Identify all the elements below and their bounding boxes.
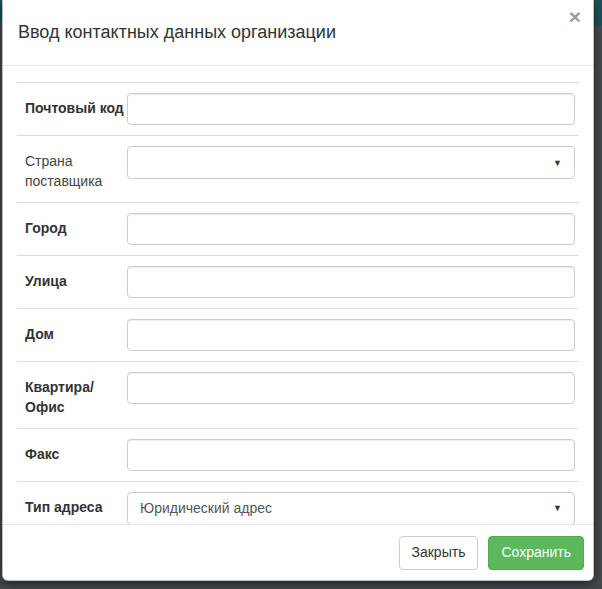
contact-data-modal: Ввод контактных данных организации × Поч… [2, 0, 594, 581]
form-row-fax: Факс [17, 428, 579, 481]
address-type-select-value: Юридический адрес [128, 493, 574, 524]
apartment-office-field [127, 372, 575, 404]
address-type-field: Юридический адрес▼ [127, 492, 575, 525]
form-row-house: Дом [17, 308, 579, 361]
close-icon[interactable]: × [569, 6, 581, 27]
city-field [127, 213, 575, 245]
fax-label: Факс [25, 439, 127, 465]
street-label: Улица [25, 266, 127, 292]
modal-footer: Закрыть Сохранить [3, 524, 593, 580]
supplier-country-select[interactable]: ▼ [127, 146, 575, 179]
chevron-down-icon: ▼ [553, 158, 562, 168]
house-input[interactable] [127, 319, 575, 351]
form-row-supplier-country: Страна поставщика▼ [17, 135, 579, 202]
address-type-label: Тип адреса [25, 492, 127, 518]
apartment-office-label: Квартира/Офис [25, 372, 127, 418]
city-label: Город [25, 213, 127, 239]
street-input[interactable] [127, 266, 575, 298]
contact-form: Почтовый кодСтрана поставщика▼ГородУлица… [17, 82, 579, 535]
form-row-apartment-office: Квартира/Офис [17, 361, 579, 428]
form-row-postal-code: Почтовый код [17, 82, 579, 135]
supplier-country-label: Страна поставщика [25, 146, 127, 192]
fax-field [127, 439, 575, 471]
supplier-country-field: ▼ [127, 146, 575, 179]
postal-code-label: Почтовый код [25, 93, 127, 119]
form-row-street: Улица [17, 255, 579, 308]
modal-body: Почтовый кодСтрана поставщика▼ГородУлица… [3, 66, 593, 535]
apartment-office-input[interactable] [127, 372, 575, 404]
modal-title: Ввод контактных данных организации [18, 20, 578, 46]
modal-header: Ввод контактных данных организации × [3, 0, 593, 66]
house-label: Дом [25, 319, 127, 345]
city-input[interactable] [127, 213, 575, 245]
house-field [127, 319, 575, 351]
address-type-select[interactable]: Юридический адрес▼ [127, 492, 575, 525]
street-field [127, 266, 575, 298]
postal-code-input[interactable] [127, 93, 575, 125]
fax-input[interactable] [127, 439, 575, 471]
close-button[interactable]: Закрыть [399, 536, 479, 570]
postal-code-field [127, 93, 575, 125]
page-background-accent-right [593, 0, 602, 25]
save-button[interactable]: Сохранить [488, 536, 584, 570]
form-row-city: Город [17, 202, 579, 255]
